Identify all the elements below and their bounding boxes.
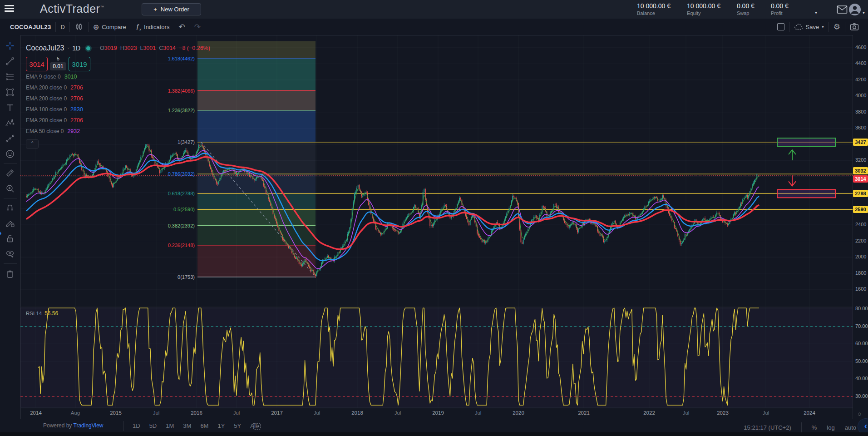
xabcd-pattern-tool[interactable] (5, 118, 15, 128)
legend-collapse-button[interactable]: ^ (26, 139, 39, 149)
range-buttons: 1D5D1M3M6M1Y5YAll (133, 422, 257, 429)
emoji-tool[interactable] (5, 149, 15, 159)
candles-icon (74, 22, 84, 31)
price-axis-tick: 2200 (855, 238, 866, 243)
price-axis-tick: 2000 (855, 254, 866, 259)
range-button-1m[interactable]: 1M (166, 422, 174, 429)
redo-button[interactable]: ↷ (190, 22, 205, 32)
text-tool[interactable] (5, 103, 15, 113)
price-level-tag: 2590 (853, 206, 868, 213)
tradingview-link[interactable]: TradingView (74, 422, 104, 429)
panel-expander-chevron[interactable]: › (0, 228, 2, 238)
fib-retracement-tool[interactable] (5, 72, 15, 82)
price-axis-tick: 4000 (855, 93, 866, 98)
chart-area[interactable]: CocoaJul23 · 1D O3019 H3023 L3001 C3014 … (20, 35, 853, 419)
footer-strip (0, 432, 868, 436)
drawing-lock-tool[interactable] (5, 218, 15, 228)
equity-value: 10 000.00 € (687, 2, 720, 10)
swap-value: 0.00 € (737, 2, 755, 10)
undo-button[interactable]: ↶ (174, 22, 189, 32)
time-axis-tick: Jul (683, 410, 690, 416)
avatar[interactable] (848, 3, 862, 16)
spread-value: 5 (57, 57, 59, 61)
profit-label: Profit (771, 10, 789, 16)
percent-scale-button[interactable]: % (812, 424, 817, 431)
hide-drawings-tool[interactable] (5, 249, 15, 259)
compare-button[interactable]: ⊕ Compare (89, 23, 131, 31)
new-order-button[interactable]: +New Order (142, 3, 201, 15)
rsi-axis-tick: 70.00 (855, 323, 868, 329)
range-button-1y[interactable]: 1Y (217, 422, 225, 429)
forecast-tool[interactable] (5, 134, 15, 144)
profit-value: 0.00 € (771, 2, 789, 10)
lock-all-tool[interactable] (5, 233, 15, 243)
price-axis-tick: 4600 (855, 45, 866, 50)
time-axis[interactable]: 2014Aug2015Jul2016Jul2017Jul2018Jul2019J… (20, 408, 853, 419)
menu-icon[interactable] (5, 5, 14, 13)
price-level-tag: 2788 (853, 190, 868, 197)
interval-button[interactable]: D (56, 24, 69, 30)
equity-label: Equity (687, 10, 720, 16)
shapes-tool[interactable] (5, 87, 15, 97)
top-bar: ActivTrader™ +New Order 10 000.00 € Bala… (0, 0, 868, 19)
save-button[interactable]: Save ▾ (789, 24, 829, 30)
range-button-5d[interactable]: 5D (149, 422, 157, 429)
time-axis-tick: 2015 (110, 410, 122, 416)
balance-value: 10 000.00 € (637, 2, 671, 10)
screenshot-button[interactable] (845, 23, 863, 31)
chart-toolbar: COCOAJUL23 D ⊕ Compare ƒx Indicators ↶ ↷… (0, 19, 868, 35)
time-axis-tick: Jul (314, 410, 321, 416)
price-axis-tick: 3200 (855, 157, 866, 163)
sell-bid-button[interactable]: 3014 (26, 57, 48, 71)
remove-drawings-tool[interactable] (5, 269, 15, 279)
price-axis-tick: 3800 (855, 109, 866, 114)
price-axis[interactable]: ☼ 46004400420040003800360032002400220020… (853, 35, 868, 419)
time-axis-tick: Jul (475, 410, 482, 416)
trend-line-tool[interactable] (5, 56, 15, 66)
time-axis-tick: Jul (153, 410, 160, 416)
indicators-icon: ƒx (136, 22, 141, 31)
rsi-axis-tick: 80.00 (855, 306, 868, 311)
price-axis-tick: 4400 (855, 60, 866, 66)
time-axis-tick: 2024 (804, 410, 815, 416)
time-axis-tick: 2020 (513, 410, 524, 416)
price-level-tag: 3032 (853, 167, 868, 174)
settings-gear-icon[interactable]: ⚙ (829, 22, 845, 32)
price-axis-tick: 2400 (855, 222, 866, 227)
range-button-5y[interactable]: 5Y (234, 422, 241, 429)
range-button-6m[interactable]: 6M (200, 422, 208, 429)
chart-type-button[interactable] (70, 22, 88, 31)
session-clock[interactable]: 15:21:17 (UTC+2) (744, 424, 791, 431)
crosshair-tool[interactable] (5, 41, 15, 51)
magnet-tool[interactable] (5, 203, 15, 213)
rsi-axis-tick: 30.00 (855, 393, 868, 399)
price-chart-canvas[interactable] (20, 35, 853, 419)
auto-scale-button[interactable]: auto (845, 424, 856, 431)
avatar-dropdown-caret[interactable]: ▾ (863, 10, 865, 15)
time-axis-tick: Jul (395, 410, 401, 416)
symbol-button[interactable]: COCOAJUL23 (5, 24, 55, 30)
account-dropdown-caret[interactable]: ▾ (815, 10, 817, 15)
rsi-axis-tick: 50.00 (855, 358, 868, 364)
timezone-sun-icon[interactable]: ☼ (857, 410, 863, 417)
go-to-date-button[interactable] (252, 421, 262, 431)
measure-ruler-tool[interactable] (5, 168, 15, 178)
indicators-button[interactable]: ƒx Indicators (131, 22, 174, 31)
lot-size-field[interactable]: 0.01 (50, 62, 66, 70)
mail-icon[interactable] (837, 5, 848, 14)
profit-block: 0.00 € Profit (771, 2, 789, 16)
powered-by: Powered by TradingView (43, 422, 104, 429)
layout-button[interactable] (773, 23, 789, 30)
range-button-1d[interactable]: 1D (133, 422, 140, 429)
time-axis-tick: 2019 (432, 410, 444, 416)
compare-icon: ⊕ (93, 23, 99, 31)
zoom-in-tool[interactable] (5, 183, 15, 193)
last-price-tag: 3014 (853, 175, 868, 183)
balance-label: Balance (637, 10, 671, 16)
time-axis-tick: Jul (763, 410, 769, 416)
time-axis-tick: 2017 (271, 410, 283, 416)
log-scale-button[interactable]: log (827, 424, 834, 431)
range-button-3m[interactable]: 3M (183, 422, 191, 429)
cloud-icon (794, 24, 803, 30)
buy-ask-button[interactable]: 3019 (69, 57, 90, 71)
